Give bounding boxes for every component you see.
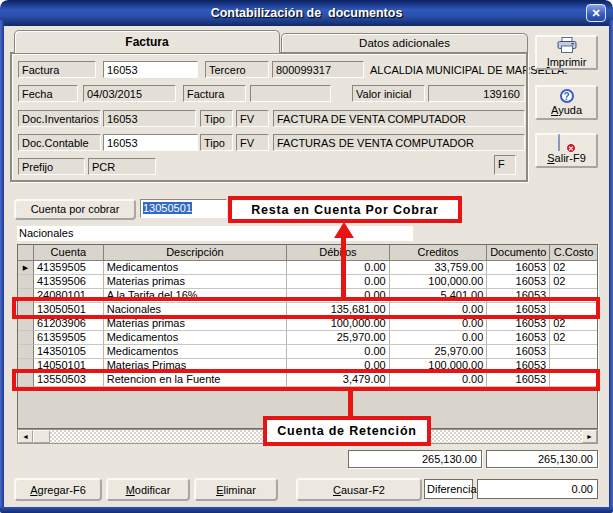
cell-documento: 16053 (487, 261, 550, 275)
cell-cuenta: 61359505 (34, 331, 104, 345)
header-ccosto[interactable]: C.Costo (550, 245, 597, 261)
cell-debitos: 3,479.00 (287, 373, 390, 387)
cell-documento: 16053 (487, 289, 550, 303)
table-row-retencion-highlighted[interactable]: 13550503 Retencion en la Fuente 3,479.00… (18, 373, 597, 387)
row-selector (18, 317, 34, 331)
cell-cuenta: 13050501 (34, 303, 104, 317)
table-header-row: Cuenta Descripción Débitos Creditos Docu… (18, 245, 597, 261)
cell-creditos: 0.00 (390, 331, 488, 345)
header-cuenta[interactable]: Cuenta (34, 245, 104, 261)
row-selector (18, 359, 34, 373)
cell-creditos: 100,000.00 (390, 275, 488, 289)
cell-descripcion: Medicamentos (104, 345, 287, 359)
factura-panel (10, 52, 528, 182)
diferencia-label: Diferencia (424, 479, 473, 499)
contabilizacion-dialog: Contabilización de documentos ✕ Datos ad… (0, 0, 613, 513)
help-icon: ? (560, 89, 574, 103)
title-bar: Contabilización de documentos (0, 0, 613, 26)
cell-documento: 16053 (487, 331, 550, 345)
table-row[interactable]: ▶ 41359505 Medicamentos 0.00 33,759.00 1… (18, 261, 597, 275)
close-icon[interactable]: ✕ (586, 4, 606, 22)
eliminar-button[interactable]: Eliminar (194, 478, 278, 501)
cell-creditos: 0.00 (390, 303, 488, 317)
exit-icon: ✕ (558, 138, 575, 151)
cell-cuenta: 13550503 (34, 373, 104, 387)
causar-label: Causar-F2 (333, 484, 385, 496)
tab-datos-adicionales[interactable]: Datos adicionales (281, 33, 528, 53)
scroll-left-icon[interactable]: ◄ (18, 430, 33, 443)
table-row[interactable]: 14350105 Medicamentos 0.00 25,970.00 160… (18, 345, 597, 359)
cell-documento: 16053 (487, 303, 550, 317)
row-selector (18, 303, 34, 317)
table-row-nacionales-highlighted[interactable]: 13050501 Nacionales 135,681.00 0.00 1605… (18, 303, 597, 317)
cell-documento: 16053 (487, 373, 550, 387)
cell-ccosto (550, 373, 597, 387)
cell-documento: 16053 (487, 359, 550, 373)
header-creditos[interactable]: Creditos (390, 245, 488, 261)
cuenta-por-cobrar-input[interactable]: 13050501 (140, 199, 227, 218)
header-debitos[interactable]: Débitos (287, 245, 390, 261)
cell-cuenta: 24080101 (34, 289, 104, 303)
cell-descripcion: Medicamentos (104, 331, 287, 345)
imprimir-button[interactable]: Imprimir (535, 35, 598, 70)
total-creditos-field: 265,130.00 (486, 450, 598, 468)
table-row[interactable]: 14050101 Materias Primas 0.00 100,000.00… (18, 359, 597, 373)
cell-descripcion: Materias primas (104, 317, 287, 331)
causar-button[interactable]: Causar-F2 (296, 478, 422, 501)
cell-cuenta: 41359506 (34, 275, 104, 289)
scroll-right-icon[interactable]: ► (582, 430, 597, 443)
cell-creditos: 0.00 (390, 317, 488, 331)
ayuda-label: Ayuda (551, 104, 582, 116)
cell-descripcion: Retencion en la Fuente (104, 373, 287, 387)
table-row[interactable]: 61359505 Medicamentos 25,970.00 0.00 160… (18, 331, 597, 345)
header-selector (18, 245, 34, 261)
scrollbar-thumb[interactable] (33, 430, 50, 443)
ledger-table[interactable]: Cuenta Descripción Débitos Creditos Docu… (17, 244, 598, 429)
row-selector (18, 373, 34, 387)
cuenta-por-cobrar-button[interactable]: Cuenta por cobrar (14, 199, 136, 220)
row-selector (18, 331, 34, 345)
selected-account-text: 13050501 (143, 202, 192, 214)
eliminar-label: Eliminar (216, 484, 256, 496)
cell-debitos: 0.00 (287, 345, 390, 359)
annotation-resta-cuenta-por-cobrar: Resta en Cuenta Por Cobrar (228, 196, 462, 223)
cell-debitos: 0.00 (287, 289, 390, 303)
cell-ccosto (550, 359, 597, 373)
agregar-button[interactable]: Agregar-F6 (14, 478, 102, 501)
cell-ccosto (550, 345, 597, 359)
cell-descripcion: Medicamentos (104, 261, 287, 275)
window-title: Contabilización de documentos (211, 6, 403, 20)
window-border-bottom (0, 507, 613, 513)
cell-debitos: 100,000.00 (287, 317, 390, 331)
header-documento[interactable]: Documento (487, 245, 550, 261)
header-descripcion[interactable]: Descripción (104, 245, 287, 261)
window-border-right (609, 20, 613, 507)
table-row[interactable]: 24080101 A la Tarifa del 16% 0.00 5,401.… (18, 289, 597, 303)
cell-ccosto (550, 303, 597, 317)
table-row[interactable]: 61203906 Materias primas 100,000.00 0.00… (18, 317, 597, 331)
cell-cuenta: 41359505 (34, 261, 104, 275)
cell-ccosto: 02 (550, 317, 597, 331)
cell-debitos: 0.00 (287, 275, 390, 289)
section-label-nacionales: Nacionales (17, 226, 413, 241)
modificar-button[interactable]: Modificar (106, 478, 190, 501)
row-selector (18, 345, 34, 359)
cell-descripcion: Materias Primas (104, 359, 287, 373)
cell-creditos: 0.00 (390, 373, 488, 387)
total-debitos-field: 265,130.00 (348, 450, 482, 468)
cell-creditos: 100,000.00 (390, 359, 488, 373)
table-row[interactable]: 41359506 Materias primas 0.00 100,000.00… (18, 275, 597, 289)
cell-creditos: 5,401.00 (390, 289, 488, 303)
cell-debitos: 0.00 (287, 261, 390, 275)
cell-documento: 16053 (487, 345, 550, 359)
tab-factura[interactable]: Factura (14, 30, 280, 53)
cell-cuenta: 14050101 (34, 359, 104, 373)
cell-descripcion: Nacionales (104, 303, 287, 317)
cell-debitos: 135,681.00 (287, 303, 390, 317)
printer-icon (557, 37, 577, 55)
window-border-left (0, 20, 4, 507)
cell-ccosto: 02 (550, 275, 597, 289)
ayuda-button[interactable]: ? Ayuda (535, 85, 598, 120)
cell-debitos: 0.00 (287, 359, 390, 373)
salir-button[interactable]: ✕ Salir-F9 (535, 133, 598, 168)
